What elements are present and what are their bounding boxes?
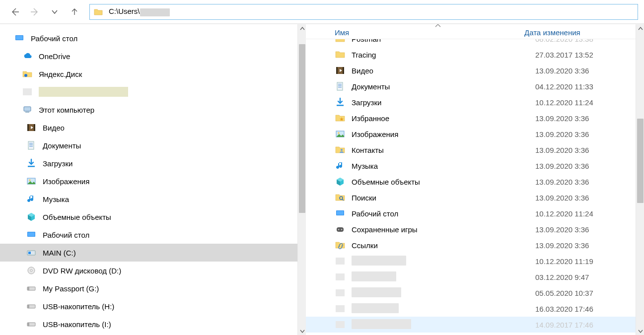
tree-item-label: Яндекс.Диск [39, 70, 82, 78]
tree-item[interactable]: Объемные объекты [0, 208, 306, 226]
file-row[interactable]: Музыка13.09.2020 3:36 [306, 158, 644, 174]
nav-history-dropdown[interactable] [46, 3, 64, 21]
tree-item[interactable]: My Passport (G:) [0, 279, 306, 297]
svg-rect-24 [27, 287, 29, 290]
svg-rect-37 [337, 105, 344, 106]
svg-point-46 [338, 229, 340, 230]
tree-item[interactable]: Музыка [0, 190, 306, 208]
documents-icon [26, 140, 37, 151]
scroll-down-button[interactable] [636, 327, 644, 335]
tree-item[interactable]: USB-накопитель (H:) [0, 297, 306, 315]
scroll-down-button[interactable] [298, 327, 306, 335]
file-date: 13.09.2020 3:36 [535, 162, 644, 170]
column-header-name[interactable]: Имя [306, 28, 524, 37]
file-row[interactable]: Сохраненные игры13.09.2020 3:36 [306, 221, 644, 237]
tree-item[interactable]: Изображения [0, 172, 306, 190]
file-date: 13.09.2020 3:36 [535, 114, 644, 123]
tree-item[interactable]: DVD RW дисковод (D:) [0, 262, 306, 279]
drive-c-icon [26, 247, 37, 258]
column-date-label: Дата изменения [524, 28, 580, 37]
file-date: 10.12.2020 11:24 [535, 98, 644, 107]
nav-forward-button[interactable] [26, 3, 44, 21]
file-name: Объемные объекты [352, 178, 535, 186]
file-row[interactable]: Видео13.09.2020 3:36 [306, 63, 644, 78]
file-row[interactable]: Контакты13.09.2020 3:36 [306, 142, 644, 158]
file-date: 16.03.2020 17:46 [535, 305, 644, 313]
file-date: 13.09.2020 3:36 [535, 241, 644, 250]
file-row[interactable]: Tracing27.03.2017 13:52 [306, 47, 644, 63]
arrow-right-icon [30, 7, 40, 17]
scrollbar-thumb[interactable] [637, 119, 644, 203]
file-row[interactable]: 10.12.2020 11:19 [306, 253, 644, 269]
tree-item-label: DVD RW дисковод (D:) [43, 267, 121, 275]
file-name: Postman [352, 39, 535, 43]
contacts-icon [335, 144, 346, 155]
file-row[interactable]: 16.03.2020 17:46 [306, 301, 644, 317]
file-row[interactable]: Поиски13.09.2020 3:36 [306, 190, 644, 205]
file-row[interactable]: 14.09.2017 17:46 [306, 317, 644, 333]
tree-item[interactable]: MAIN (C:) [0, 244, 306, 262]
dvd-icon [26, 265, 37, 276]
folder-icon [335, 49, 346, 60]
pictures-icon [26, 176, 37, 187]
chevron-down-icon [300, 329, 305, 334]
file-name [352, 303, 535, 315]
file-date: 08.02.2020 13:38 [535, 39, 644, 43]
chevron-up-icon [638, 26, 643, 31]
redacted-icon [22, 86, 33, 97]
file-row[interactable]: 03.12.2020 9:47 [306, 269, 644, 285]
file-row[interactable]: Изображения13.09.2020 3:36 [306, 126, 644, 142]
svg-rect-12 [29, 144, 33, 145]
svg-point-2 [24, 74, 27, 77]
file-row[interactable]: Объемные объекты13.09.2020 3:36 [306, 174, 644, 190]
scrollbar-thumb[interactable] [299, 44, 305, 213]
scroll-up-button[interactable] [298, 24, 306, 33]
svg-rect-3 [23, 88, 32, 95]
tree-item[interactable]: Яндекс.Диск [0, 65, 306, 83]
chevron-down-icon [51, 8, 58, 15]
svg-rect-14 [28, 166, 35, 167]
tree-item[interactable]: Видео [0, 119, 306, 136]
nav-back-button[interactable] [6, 3, 24, 21]
file-row[interactable]: Рабочий стол10.12.2020 11:24 [306, 205, 644, 221]
tree-item[interactable]: Загрузки [0, 154, 306, 172]
tree-item[interactable] [0, 83, 306, 101]
svg-rect-31 [343, 67, 344, 74]
arrow-left-icon [10, 7, 20, 17]
tree-item[interactable]: Документы [0, 136, 306, 154]
nav-scrollbar[interactable] [297, 24, 306, 335]
file-name: Сохраненные игры [352, 225, 535, 234]
list-scrollbar[interactable] [636, 24, 644, 335]
documents-icon [335, 81, 346, 92]
svg-rect-8 [34, 124, 35, 131]
file-name [352, 287, 535, 299]
address-path: C:\Users\ [109, 7, 170, 16]
file-date: 04.12.2020 11:33 [535, 82, 644, 91]
file-row[interactable]: 05.05.2020 10:37 [306, 285, 644, 301]
svg-rect-13 [29, 146, 33, 146]
tree-item[interactable]: Рабочий стол [0, 29, 306, 47]
tree-item[interactable]: OneDrive [0, 47, 306, 65]
file-row[interactable]: Загрузки10.12.2020 11:24 [306, 94, 644, 110]
tree-item[interactable]: Рабочий стол [0, 226, 306, 244]
file-name: Изображения [352, 130, 535, 138]
file-row[interactable]: Избранное13.09.2020 3:36 [306, 110, 644, 126]
tree-item-label: OneDrive [39, 52, 70, 61]
nav-up-button[interactable] [66, 3, 83, 21]
file-name [352, 256, 535, 267]
svg-rect-26 [27, 305, 29, 308]
tree-item-label: Видео [43, 124, 65, 132]
column-header-date[interactable]: Дата изменения [524, 28, 644, 37]
address-bar[interactable]: C:\Users\ [89, 4, 638, 20]
file-row[interactable]: Документы04.12.2020 11:33 [306, 78, 644, 94]
scroll-up-button[interactable] [636, 24, 644, 33]
saved-games-icon [335, 224, 346, 235]
folder-icon [335, 39, 346, 44]
tree-item-label: Объемные объекты [43, 213, 111, 221]
file-row[interactable]: Postman08.02.2020 13:38 [306, 39, 644, 47]
tree-item[interactable]: Этот компьютер [0, 101, 306, 119]
tree-item[interactable]: USB-накопитель (I:) [0, 315, 306, 333]
redacted-icon [335, 319, 346, 330]
redacted-text [352, 319, 411, 329]
file-row[interactable]: Ссылки13.09.2020 3:36 [306, 237, 644, 253]
